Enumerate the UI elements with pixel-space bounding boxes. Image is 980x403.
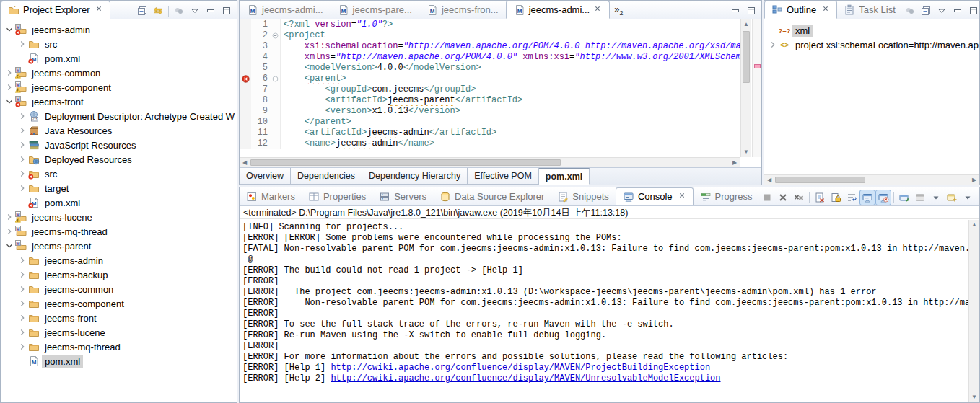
editor-vertical-scrollbar[interactable]: ▲ ▼ [740, 19, 751, 157]
tree-item-pom-xml[interactable]: Mpom.xml [1, 354, 237, 368]
collapse-all-button[interactable] [134, 3, 150, 19]
scroll-left-arrow-icon[interactable]: ◀ [240, 158, 250, 168]
scroll-down-arrow-icon[interactable]: ▼ [969, 392, 979, 402]
close-icon[interactable] [678, 191, 686, 202]
page-tab-dependencies[interactable]: Dependencies [291, 168, 362, 185]
minimize-button[interactable] [976, 190, 980, 205]
scrollbar-thumb[interactable] [250, 159, 561, 166]
console-link[interactable]: http://cwiki.apache.org/confluence/displ… [331, 373, 720, 384]
expander-icon[interactable] [17, 110, 28, 122]
open-console-button[interactable] [944, 190, 960, 205]
tree-item-jeecms-mq-thread[interactable]: jeecms-mq-thread [1, 340, 237, 354]
expander-icon[interactable] [17, 283, 28, 295]
tree-item-jeecms-lucene[interactable]: jeecms-lucene [1, 325, 237, 340]
page-tab-overview[interactable]: Overview [240, 168, 291, 185]
code-line-10[interactable]: 10 </parent> [240, 117, 740, 128]
project-explorer-tree[interactable]: Mjeecms-adminsrcMpom.xmlMjeecms-commonMj… [1, 20, 237, 402]
tab-data-source-explorer[interactable]: Data Source Explorer [433, 187, 551, 205]
tree-item-jeecms-admin[interactable]: Mjeecms-admin [1, 22, 237, 37]
expander-icon[interactable] [17, 312, 28, 324]
maximize-button[interactable] [219, 3, 235, 19]
tab-task-list[interactable]: Task List [837, 1, 902, 19]
code-line-4[interactable]: 4 xmlns="http://maven.apache.org/POM/4.0… [240, 52, 740, 63]
remove-launch-button[interactable] [775, 190, 791, 205]
tab-jeecms-admi[interactable]: Mjeecms-admi... [240, 1, 331, 19]
code-line-12[interactable]: 12 <name>jeecms-admin</name> [240, 138, 740, 149]
tree-item-jeecms-admin[interactable]: jeecms-admin [1, 253, 237, 267]
outline-horizontal-scrollbar[interactable]: ◀ ▶ [764, 174, 979, 185]
scroll-up-arrow-icon[interactable]: ▲ [741, 19, 751, 30]
tree-item-javascript-resources[interactable]: JavaScript Resources [1, 138, 237, 152]
tree-item-jeecms-common[interactable]: jeecms-common [1, 282, 237, 296]
expander-icon[interactable] [17, 254, 28, 266]
scroll-right-arrow-icon[interactable]: ▶ [730, 158, 740, 168]
close-icon[interactable] [821, 4, 830, 15]
link-with-editor-button[interactable] [150, 3, 166, 19]
console-link[interactable]: http://cwiki.apache.org/confluence/displ… [331, 363, 710, 373]
page-tab-dependency-hierarchy[interactable]: Dependency Hierarchy [362, 168, 468, 185]
code-line-11[interactable]: 11 <artifactId>jeecms-admin</artifactId> [240, 128, 740, 138]
scroll-left-arrow-icon[interactable]: ◀ [764, 175, 774, 185]
expander-icon[interactable] [17, 298, 28, 309]
tree-item-deployed-resources[interactable]: Deployed Resources [1, 152, 237, 167]
show-stdout-button[interactable] [859, 190, 875, 205]
dropdown-button[interactable] [960, 190, 976, 205]
code-line-6[interactable]: 6 <parent> [240, 74, 740, 84]
tree-item-jeecms-common[interactable]: Mjeecms-common [1, 66, 237, 80]
code-line-5[interactable]: 5 <modelVersion>4.0.0</modelVersion> [240, 63, 740, 74]
tree-item-java-resources[interactable]: Java Resources [1, 123, 237, 138]
show-stderr-button[interactable] [875, 190, 891, 205]
tab-jeecms-admi[interactable]: Mjeecms-admi... [506, 1, 611, 19]
tab-jeecms-fron[interactable]: Mjeecms-fron... [419, 1, 506, 19]
editor-horizontal-scrollbar[interactable]: ◀ ▶ [240, 157, 740, 167]
tree-item-src[interactable]: src [1, 167, 237, 181]
code-line-3[interactable]: 3 xsi:schemaLocation="http://maven.apach… [240, 41, 740, 52]
collapse-all-button[interactable] [918, 3, 934, 19]
tree-item-deployment-descriptor-archetype-created-w[interactable]: 2.3Deployment Descriptor: Archetype Crea… [1, 109, 237, 123]
tree-item-xml[interactable]: ?=?xml [764, 23, 979, 37]
tab-console[interactable]: Console [616, 187, 694, 205]
pin-console-button[interactable] [896, 190, 912, 205]
tree-item-pom-xml[interactable]: Mpom.xml [1, 51, 237, 66]
scrollbar-thumb[interactable] [743, 31, 750, 83]
expander-icon[interactable] [4, 81, 15, 93]
remove-all-launches-button[interactable] [791, 190, 807, 205]
tree-item-jeecms-mq-thread[interactable]: Mjeecms-mq-thread [1, 224, 237, 239]
focus-button[interactable] [171, 3, 187, 19]
expander-icon[interactable] [4, 24, 15, 35]
page-tab-effective-pom[interactable]: Effective POM [468, 168, 539, 185]
tab-progress[interactable]: Progress [694, 187, 759, 205]
error-marker[interactable] [754, 64, 761, 68]
dropdown-button[interactable] [928, 190, 944, 205]
scroll-down-arrow-icon[interactable]: ▼ [741, 147, 751, 157]
tab-snippets[interactable]: Snippets [551, 187, 616, 205]
expander-icon[interactable] [17, 38, 28, 50]
expander-icon[interactable] [4, 240, 15, 252]
code-line-8[interactable]: 8 <artifactId>jeecms-parent</artifactId> [240, 95, 740, 106]
expander-icon[interactable] [4, 211, 15, 223]
minimize-button[interactable] [727, 3, 743, 19]
tab-project-explorer[interactable]: Project Explorer [1, 1, 110, 19]
view-menu-button[interactable] [187, 3, 203, 19]
expander-icon[interactable] [17, 154, 28, 165]
tab-markers[interactable]: Markers [240, 187, 302, 205]
minimize-button[interactable] [950, 3, 966, 19]
page-tab-pom-xml[interactable]: pom.xml [539, 168, 590, 185]
maximize-button[interactable] [743, 3, 759, 19]
tab-servers[interactable]: Servers [372, 187, 433, 205]
console-vertical-scrollbar[interactable]: ▲ ▼ [968, 220, 979, 402]
stop-button[interactable] [759, 190, 775, 205]
tab-overflow-chevron[interactable]: »2 [610, 4, 627, 17]
outline-tree[interactable]: ?=?xml<>project xsi:schemaLocation=http:… [764, 20, 979, 173]
tab-properties[interactable]: Properties [302, 187, 372, 205]
focus-button[interactable] [902, 3, 918, 19]
expander-icon[interactable] [767, 39, 779, 50]
clear-console-button[interactable] [812, 190, 828, 205]
scroll-up-arrow-icon[interactable]: ▲ [969, 220, 979, 230]
fold-collapse-icon[interactable] [271, 74, 281, 84]
fold-collapse-icon[interactable] [271, 30, 281, 41]
scroll-right-arrow-icon[interactable]: ▶ [969, 175, 979, 185]
expander-icon[interactable] [17, 182, 28, 194]
tree-item-target[interactable]: target [1, 181, 237, 195]
expander-icon[interactable] [4, 226, 15, 237]
